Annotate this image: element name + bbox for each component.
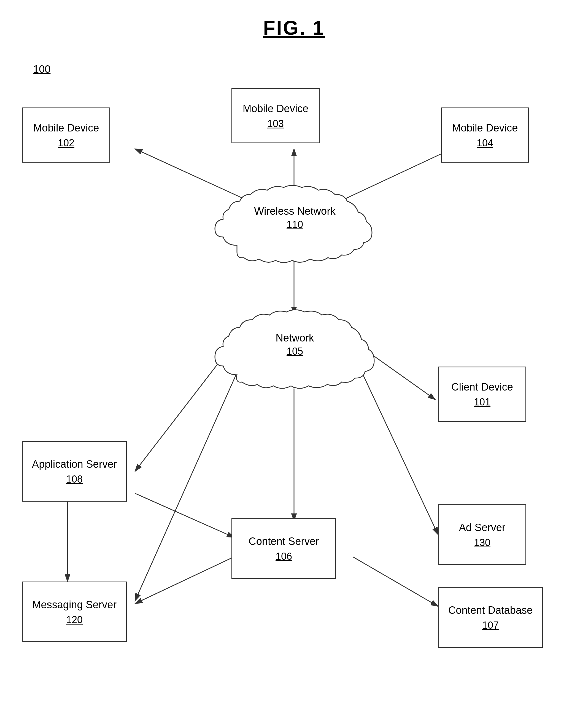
wireless-network-id: 110 xyxy=(254,219,336,230)
messaging-server-120-label: Messaging Server xyxy=(32,598,117,612)
network-id: 105 xyxy=(275,345,314,357)
mobile-device-104-id: 104 xyxy=(477,137,493,149)
content-db-107-label: Content Database xyxy=(448,604,532,617)
application-server-108: Application Server 108 xyxy=(22,441,127,502)
content-server-106: Content Server 106 xyxy=(231,518,336,579)
app-server-108-label: Application Server xyxy=(32,458,117,471)
content-database-107: Content Database 107 xyxy=(438,587,543,648)
mobile-device-102: Mobile Device 102 xyxy=(22,107,110,163)
svg-line-13 xyxy=(135,557,234,604)
ad-server-130-label: Ad Server xyxy=(459,521,506,534)
messaging-server-120: Messaging Server 120 xyxy=(22,582,127,642)
content-server-106-label: Content Server xyxy=(249,535,319,548)
mobile-device-102-id: 102 xyxy=(58,137,75,149)
content-server-106-id: 106 xyxy=(275,551,292,562)
wireless-network-110: Wireless Network 110 xyxy=(209,182,380,265)
client-device-101: Client Device 101 xyxy=(438,366,526,422)
mobile-device-103-label: Mobile Device xyxy=(243,102,309,116)
svg-line-12 xyxy=(353,557,438,606)
mobile-device-102-label: Mobile Device xyxy=(33,121,99,135)
diagram-container: Mobile Device 102 Mobile Device 103 Mobi… xyxy=(0,49,588,713)
ad-server-130: Ad Server 130 xyxy=(438,504,526,565)
app-server-108-id: 108 xyxy=(66,474,83,485)
ad-server-130-id: 130 xyxy=(474,537,490,548)
network-105: Network 105 xyxy=(209,306,380,394)
mobile-device-104-label: Mobile Device xyxy=(452,121,518,135)
mobile-device-103-id: 103 xyxy=(267,118,284,129)
mobile-device-103: Mobile Device 103 xyxy=(231,88,320,143)
client-device-101-id: 101 xyxy=(474,396,490,408)
client-device-101-label: Client Device xyxy=(451,380,513,394)
svg-line-14 xyxy=(135,493,234,538)
wireless-network-label: Wireless Network xyxy=(254,205,336,217)
svg-line-10 xyxy=(135,366,240,601)
messaging-server-120-id: 120 xyxy=(66,614,83,626)
network-label: Network xyxy=(275,332,314,344)
content-db-107-id: 107 xyxy=(482,620,499,631)
mobile-device-104: Mobile Device 104 xyxy=(441,107,529,163)
page-title: FIG. 1 xyxy=(0,0,588,39)
